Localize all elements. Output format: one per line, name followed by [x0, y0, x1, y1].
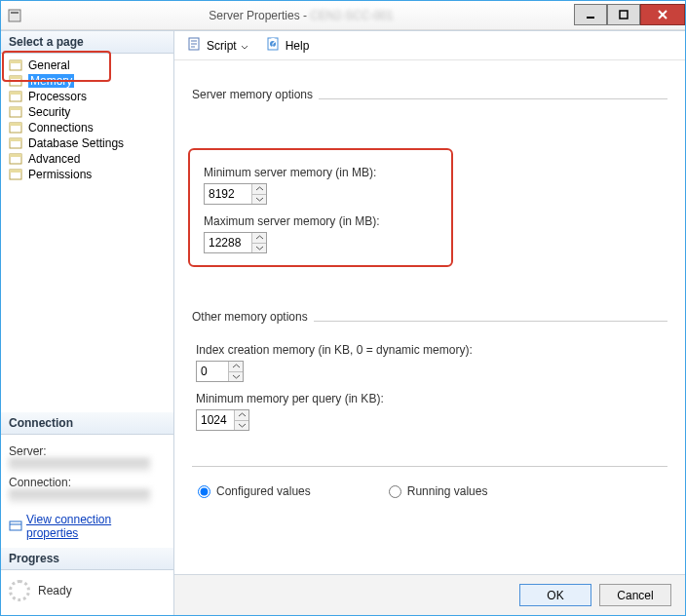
page-icon	[9, 136, 24, 150]
spin-down-icon[interactable]	[235, 421, 248, 431]
right-panel: Script ? Help Server memory options Mini…	[174, 31, 685, 615]
other-memory-group: Other memory options	[192, 310, 667, 324]
dropdown-icon[interactable]	[241, 41, 250, 51]
server-properties-dialog: Server Properties - CEN2-SCC-001 Select …	[0, 0, 686, 616]
page-icon	[9, 74, 24, 88]
svg-rect-3	[620, 11, 628, 19]
svg-rect-13	[10, 107, 21, 110]
max-memory-spinner[interactable]	[204, 232, 267, 253]
page-item-database-settings[interactable]: Database Settings	[5, 135, 173, 151]
svg-rect-22	[10, 521, 21, 530]
index-memory-label: Index creation memory (in KB, 0 = dynami…	[196, 343, 664, 357]
spin-up-icon[interactable]	[252, 184, 266, 195]
svg-rect-19	[10, 154, 21, 157]
memory-values-highlight: Minimum server memory (in MB): Maximum s…	[188, 148, 453, 267]
spin-up-icon[interactable]	[235, 410, 248, 421]
svg-rect-17	[10, 138, 21, 141]
page-item-memory[interactable]: Memory	[5, 73, 173, 89]
page-list: General Memory Processors Security Conne…	[1, 54, 173, 190]
cancel-button[interactable]: Cancel	[599, 584, 671, 606]
ok-button[interactable]: OK	[519, 584, 591, 606]
window-title: Server Properties - CEN2-SCC-001	[28, 9, 574, 22]
page-icon	[9, 90, 24, 103]
running-values-radio[interactable]: Running values	[389, 484, 488, 498]
page-item-security[interactable]: Security	[5, 104, 173, 120]
progress-panel: Ready	[1, 570, 173, 615]
index-memory-input[interactable]	[197, 362, 228, 381]
page-item-advanced[interactable]: Advanced	[5, 151, 173, 167]
page-item-general[interactable]: General	[5, 58, 173, 73]
titlebar[interactable]: Server Properties - CEN2-SCC-001	[1, 1, 685, 30]
minimize-button[interactable]	[574, 4, 607, 25]
svg-rect-21	[10, 170, 21, 173]
svg-rect-15	[10, 123, 21, 126]
connection-panel: Server: Connection: View connection prop…	[1, 435, 173, 548]
script-button[interactable]: Script	[180, 32, 257, 58]
spin-up-icon[interactable]	[252, 233, 266, 244]
help-button[interactable]: ? Help	[259, 32, 317, 58]
svg-text:?: ?	[269, 36, 276, 50]
left-panel: Select a page General Memory Processors …	[1, 31, 174, 615]
min-query-spinner[interactable]	[196, 409, 249, 431]
min-query-label: Minimum memory per query (in KB):	[196, 392, 664, 405]
spin-down-icon[interactable]	[252, 244, 266, 253]
app-icon	[7, 8, 22, 23]
page-icon	[9, 58, 24, 72]
page-icon	[9, 105, 24, 119]
dialog-footer: OK Cancel	[174, 574, 685, 615]
connection-label: Connection:	[9, 476, 166, 489]
select-page-header: Select a page	[1, 31, 173, 54]
svg-rect-9	[10, 76, 21, 79]
page-item-processors[interactable]: Processors	[5, 89, 173, 104]
help-icon: ?	[266, 36, 282, 55]
toolbar: Script ? Help	[174, 31, 685, 60]
min-query-input[interactable]	[197, 410, 234, 430]
spin-up-icon[interactable]	[229, 362, 243, 372]
maximize-button[interactable]	[607, 4, 640, 25]
page-item-connections[interactable]: Connections	[5, 120, 173, 135]
min-memory-label: Minimum server memory (in MB):	[204, 166, 438, 179]
index-memory-spinner[interactable]	[196, 361, 244, 382]
connection-header: Connection	[1, 412, 173, 435]
page-icon	[9, 168, 24, 181]
connection-value	[9, 489, 150, 503]
spin-down-icon[interactable]	[252, 195, 266, 205]
spin-down-icon[interactable]	[229, 372, 243, 382]
max-memory-input[interactable]	[205, 233, 251, 252]
page-item-permissions[interactable]: Permissions	[5, 167, 173, 182]
page-icon	[9, 121, 24, 135]
server-value	[9, 458, 150, 472]
server-label: Server:	[9, 444, 166, 458]
script-icon	[187, 36, 203, 55]
close-button[interactable]	[640, 4, 685, 25]
svg-rect-11	[10, 92, 21, 95]
svg-rect-7	[10, 60, 21, 63]
page-icon	[9, 152, 24, 166]
progress-status: Ready	[38, 584, 72, 597]
svg-rect-0	[9, 10, 20, 21]
min-memory-spinner[interactable]	[204, 183, 267, 205]
progress-spinner-icon	[9, 580, 30, 601]
configured-values-radio[interactable]: Configured values	[198, 484, 311, 498]
view-connection-properties-link[interactable]: View connection properties	[9, 513, 166, 540]
max-memory-label: Maximum server memory (in MB):	[204, 214, 438, 228]
min-memory-input[interactable]	[205, 184, 251, 204]
progress-header: Progress	[1, 548, 173, 570]
memory-form: Server memory options Minimum server mem…	[174, 60, 685, 574]
connection-icon	[9, 519, 22, 535]
svg-rect-1	[11, 12, 19, 14]
server-memory-group: Server memory options	[192, 88, 667, 101]
